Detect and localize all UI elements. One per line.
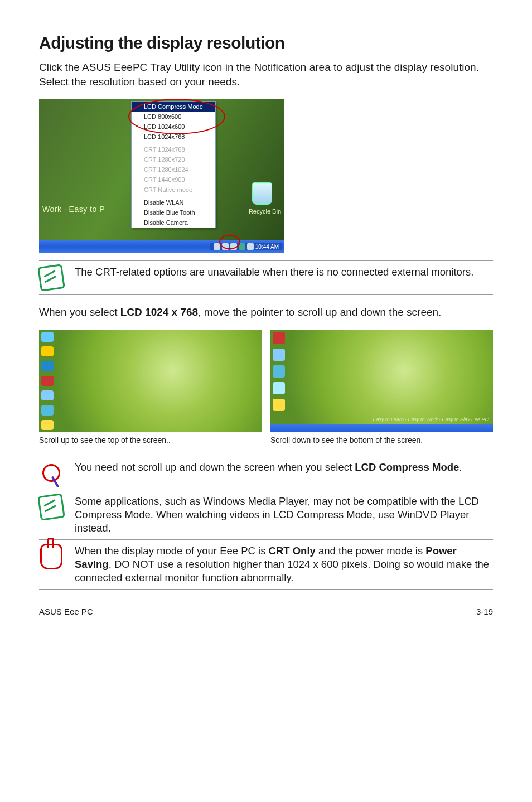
- desktop-icon: [41, 420, 54, 430]
- desktop-icon: [41, 346, 54, 356]
- taskbar-clock: 10:44 AM: [255, 244, 279, 250]
- screenshot-scroll-up: [39, 330, 262, 432]
- footer-left: ASUS Eee PC: [39, 607, 93, 616]
- screenshot-scroll-down: Easy to Learn · Easy to Work · Easy to P…: [270, 330, 493, 432]
- tip-icon: [42, 464, 60, 482]
- tray-icon[interactable]: [214, 243, 220, 250]
- desktop-icon: [273, 365, 285, 378]
- tip-text: You need not scroll up and down the scre…: [75, 461, 462, 474]
- recycle-bin-icon[interactable]: [252, 182, 272, 205]
- desktop-icon: [273, 382, 285, 394]
- caption-left: Scroll up to see the top of the screen..: [39, 436, 262, 445]
- menu-disable-wlan[interactable]: Disable WLAN: [132, 197, 215, 207]
- desktop-icon: [273, 349, 285, 361]
- menu-crt-1024x768: CRT 1024x768: [132, 144, 215, 154]
- note-icon: [37, 264, 65, 292]
- note-icon: [37, 493, 65, 521]
- scroll-paragraph: When you select LCD 1024 x 768, move the…: [39, 305, 493, 320]
- menu-crt-1280x1024: CRT 1280x1024: [132, 165, 215, 175]
- desktop-icon: [41, 405, 54, 415]
- recycle-bin-label: Recycle Bin: [249, 208, 281, 215]
- tray-icon[interactable]: [247, 243, 254, 250]
- caption-right: Scroll down to see the bottom of the scr…: [270, 436, 493, 445]
- note-media-player: Some applications, such as Windows Media…: [39, 490, 493, 540]
- caution-icon: [40, 544, 62, 569]
- page-heading: Adjusting the display resolution: [39, 33, 493, 52]
- desktop-icon: [41, 332, 54, 342]
- caution-crt-only: When the display mode of your Eee PC is …: [39, 540, 493, 590]
- menu-disable-camera[interactable]: Disable Camera: [132, 218, 215, 228]
- note-crt-unavailable: The CRT-related options are unavailable …: [39, 260, 493, 295]
- menu-crt-native: CRT Native mode: [132, 185, 215, 195]
- taskbar[interactable]: 10:44 AM: [39, 240, 284, 253]
- desktop-icon: [273, 332, 285, 344]
- caution-text: When the display mode of your Eee PC is …: [75, 544, 493, 584]
- taskbar[interactable]: [270, 424, 493, 432]
- desktop-icon: [41, 361, 54, 371]
- menu-crt-1440x900: CRT 1440x900: [132, 175, 215, 185]
- callout-oval-menu: [128, 99, 225, 134]
- menu-disable-bluetooth[interactable]: Disable Blue Tooth: [132, 207, 215, 218]
- intro-paragraph: Click the ASUS EeePC Tray Utility icon i…: [39, 60, 493, 89]
- note-text: Some applications, such as Windows Media…: [75, 495, 493, 535]
- note-text: The CRT-related options are unavailable …: [75, 265, 473, 279]
- menu-crt-1280x720: CRT 1280x720: [132, 154, 215, 165]
- page-footer: ASUS Eee PC 3-19: [39, 603, 493, 616]
- desktop-icon: [273, 399, 285, 411]
- footer-page-number: 3-19: [476, 607, 493, 616]
- screenshot-tray-menu: Work · Easy to P LCD Compress Mode LCD 8…: [39, 99, 284, 253]
- desktop-icon: [41, 390, 54, 400]
- wallpaper-slogan: Work · Easy to P: [42, 205, 105, 214]
- wallpaper-slogan: Easy to Learn · Easy to Work · Easy to P…: [373, 417, 489, 422]
- desktop-icon: [41, 376, 54, 386]
- tip-compress-mode: You need not scroll up and down the scre…: [39, 456, 493, 490]
